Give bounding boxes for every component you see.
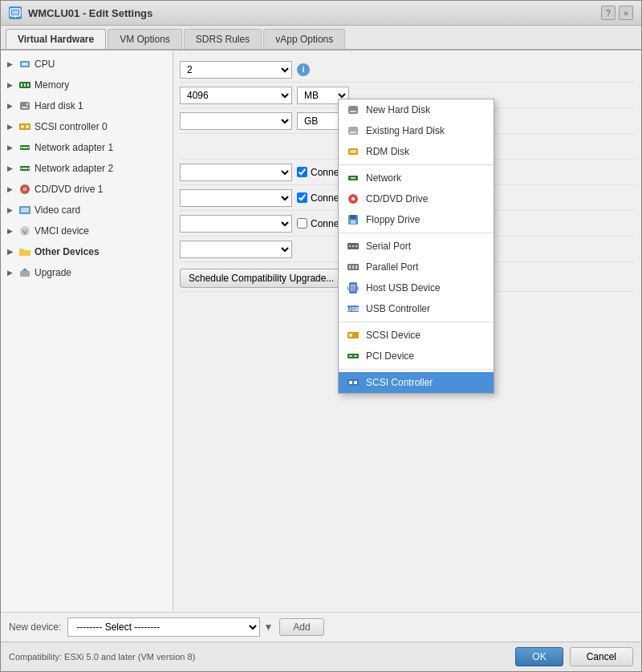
svg-rect-8 — [24, 83, 26, 87]
dropdown-label-network: Network — [366, 172, 401, 184]
sidebar-label-cd: CD/DVD drive 1 — [35, 184, 103, 195]
svg-point-42 — [351, 197, 355, 200]
net1-network-select[interactable] — [180, 164, 292, 181]
net2-icon — [18, 162, 31, 175]
ok-button[interactable]: OK — [515, 647, 563, 666]
help-button[interactable]: ? — [601, 6, 616, 20]
dropdown-item-network[interactable]: Network — [339, 168, 494, 188]
svg-point-48 — [352, 245, 354, 247]
dropdown-item-pci-device[interactable]: PCI Device — [339, 346, 494, 366]
dropdown-label-rdm-disk: RDM Disk — [366, 146, 409, 157]
folder-icon — [18, 245, 31, 258]
sidebar-item-cd-dvd[interactable]: ▶ CD/DVD drive 1 — [1, 179, 173, 200]
svg-rect-7 — [21, 83, 22, 87]
svg-rect-44 — [350, 215, 356, 219]
dropdown-item-serial-port[interactable]: Serial Port — [339, 236, 494, 257]
svg-rect-33 — [348, 106, 358, 114]
dropdown-label-scsi-controller: SCSI Controller — [366, 377, 433, 388]
video-icon — [18, 204, 31, 217]
svg-rect-66 — [354, 381, 357, 384]
arrow-icon: ▶ — [7, 144, 15, 152]
arrow-icon: ▶ — [7, 248, 15, 256]
net1-connected-checkbox[interactable] — [297, 167, 307, 177]
dropdown-item-scsi-controller[interactable]: SCSI Controller — [339, 372, 494, 393]
arrow-icon: ▶ — [7, 123, 15, 131]
sidebar-item-scsi-controller-0[interactable]: ▶ SCSI controller 0 — [1, 116, 173, 137]
sidebar-item-memory[interactable]: ▶ Memory — [1, 75, 173, 95]
dropdown-item-host-usb-device[interactable]: USB Host USB Device — [339, 277, 494, 298]
tab-vapp-options[interactable]: vApp Options — [263, 29, 345, 49]
dropdown-item-scsi-device[interactable]: SCSI Device — [339, 325, 494, 346]
separator-4 — [339, 369, 494, 370]
sidebar-item-network-adapter-1[interactable]: ▶ Network adapter 1 — [1, 137, 173, 158]
sidebar-item-cpu[interactable]: ▶ CPU — [1, 54, 173, 75]
dropdown-item-parallel-port[interactable]: Parallel Port — [339, 257, 494, 277]
svg-point-18 — [21, 147, 22, 148]
vm-icon — [9, 6, 22, 19]
sidebar-label-scsi: SCSI controller 0 — [35, 121, 108, 132]
new-device-dropdown-menu: New Hard Disk Existing Hard Disk RDM Dis… — [338, 99, 494, 394]
scsi-icon — [18, 120, 31, 133]
schedule-upgrade-button[interactable]: Schedule Compatibility Upgrade... — [180, 269, 343, 288]
svg-marker-32 — [22, 268, 28, 271]
svg-rect-53 — [356, 265, 357, 269]
dropdown-item-existing-hard-disk[interactable]: Existing Hard Disk — [339, 120, 494, 141]
video-select[interactable] — [180, 241, 292, 258]
sidebar-label-video: Video card — [35, 204, 80, 216]
dropdown-item-cd-dvd-drive[interactable]: CD/DVD Drive — [339, 188, 494, 209]
footer: Compatibility: ESXi 5.0 and later (VM ve… — [1, 642, 641, 671]
dropdown-label-scsi-device: SCSI Device — [366, 330, 421, 341]
memory-value-select[interactable]: 4096 2048 8192 — [180, 87, 292, 104]
hard-disk-size-select[interactable] — [180, 112, 292, 130]
parallel-port-icon — [347, 261, 360, 273]
tab-sdrs-rules[interactable]: SDRS Rules — [184, 29, 262, 49]
sidebar-item-vmci[interactable]: ▶ V VMCI device — [1, 221, 173, 241]
svg-text:USB: USB — [347, 285, 360, 291]
cd-connected-checkbox[interactable] — [297, 218, 307, 229]
title-bar-left: WMCLU01 - Edit Settings — [9, 6, 152, 19]
network-icon — [347, 172, 360, 184]
new-device-select[interactable]: -------- Select -------- — [67, 617, 260, 637]
add-device-button[interactable]: Add — [279, 618, 323, 636]
cancel-button[interactable]: Cancel — [570, 647, 633, 666]
svg-rect-5 — [22, 63, 28, 66]
dropdown-item-rdm-disk[interactable]: RDM Disk — [339, 141, 494, 162]
dropdown-item-usb-controller[interactable]: USB USB Controller — [339, 298, 494, 319]
tab-vm-options[interactable]: VM Options — [108, 29, 182, 49]
svg-rect-52 — [352, 265, 354, 269]
sidebar-label-other-devices: Other Devices — [35, 246, 100, 257]
dropdown-label-floppy: Floppy Drive — [366, 214, 420, 225]
sidebar-item-upgrade[interactable]: ▶ Upgrade — [1, 262, 173, 283]
sidebar-item-network-adapter-2[interactable]: ▶ Network adapter 2 — [1, 158, 173, 179]
dropdown-item-floppy-drive[interactable]: Floppy Drive — [339, 209, 494, 230]
cd-dvd-select[interactable] — [180, 215, 292, 233]
rdm-disk-icon — [347, 145, 360, 158]
dialog-title: WMCLU01 - Edit Settings — [28, 7, 152, 19]
svg-rect-31 — [20, 271, 30, 277]
svg-rect-51 — [349, 265, 351, 269]
footer-buttons: OK Cancel — [515, 647, 633, 666]
existing-hard-disk-icon — [347, 124, 360, 137]
separator-3 — [339, 322, 494, 322]
dropdown-item-new-hard-disk[interactable]: New Hard Disk — [339, 99, 494, 120]
svg-rect-62 — [349, 355, 352, 357]
sidebar-item-hard-disk-1[interactable]: ▶ Hard disk 1 — [1, 95, 173, 116]
cpu-info-icon: i — [297, 63, 310, 76]
svg-text:USB: USB — [347, 306, 360, 312]
tab-virtual-hardware[interactable]: Virtual Hardware — [6, 29, 106, 49]
cpu-count-select[interactable]: 2 1 4 8 — [180, 61, 292, 79]
separator-1 — [339, 164, 494, 165]
cpu-icon — [18, 58, 31, 71]
title-bar: WMCLU01 - Edit Settings ? » — [1, 1, 641, 26]
net2-network-select[interactable] — [180, 189, 292, 207]
svg-rect-11 — [22, 107, 28, 108]
sidebar-label-net1: Network adapter 1 — [35, 142, 113, 153]
cd-dvd-icon — [347, 192, 360, 205]
floppy-icon — [347, 213, 360, 226]
sidebar-item-video-card[interactable]: ▶ Video card — [1, 200, 173, 221]
cpu-settings-row: 2 1 4 8 i — [180, 57, 635, 83]
sidebar-label-cpu: CPU — [35, 59, 55, 70]
expand-button[interactable]: » — [619, 6, 633, 20]
net2-connected-checkbox[interactable] — [297, 192, 307, 203]
sidebar-item-other-devices[interactable]: ▶ Other Devices — [1, 241, 173, 262]
